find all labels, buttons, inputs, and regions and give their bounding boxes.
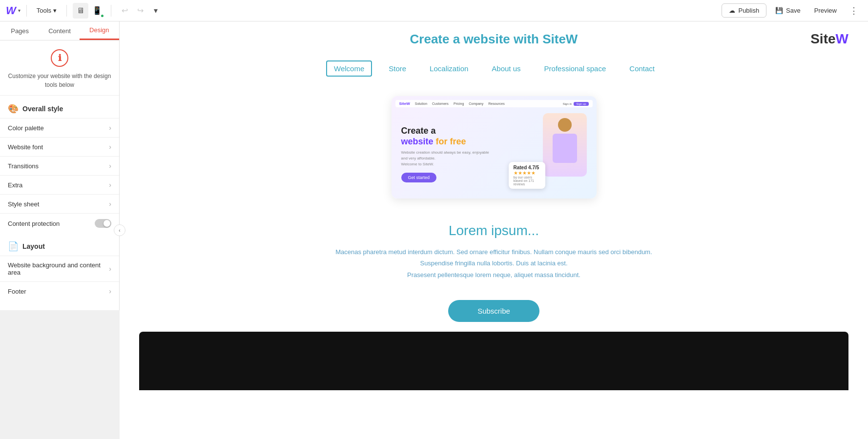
- style-sheet-item[interactable]: Style sheet ›: [0, 194, 119, 213]
- nav-store[interactable]: Store: [382, 61, 413, 76]
- more-icon: ⋮: [849, 6, 858, 16]
- hero-headline: Create a website for free: [401, 126, 501, 147]
- palette-icon: 🎨: [8, 103, 19, 114]
- mini-signin: Sign in: [563, 102, 572, 105]
- history-more-button[interactable]: ▾: [148, 3, 163, 18]
- chevron-right-icon: ›: [109, 200, 111, 208]
- mini-nav-resources: Resources: [488, 102, 504, 105]
- footer-item[interactable]: Footer ›: [0, 281, 119, 300]
- hero-mini-nav: SiteW Solution Customers Pricing Company…: [395, 100, 593, 107]
- tab-design[interactable]: Design: [80, 21, 119, 40]
- more-options-button[interactable]: ⋮: [846, 3, 862, 18]
- nav-contact[interactable]: Contact: [622, 61, 661, 76]
- mini-nav-pricing: Pricing: [454, 102, 464, 105]
- mini-nav-company: Company: [469, 102, 483, 105]
- publish-button[interactable]: ☁ Publish: [722, 3, 766, 18]
- chevron-right-icon: ›: [109, 124, 111, 132]
- redo-button[interactable]: ↪: [133, 3, 147, 18]
- mobile-icon: 📱: [92, 6, 102, 15]
- logo-button[interactable]: W ▾: [6, 4, 21, 17]
- sidebar-content: ℹ Customize your website with the design…: [0, 40, 119, 310]
- tools-caret-icon: ▾: [53, 7, 57, 14]
- website-font-item[interactable]: Website font ›: [0, 137, 119, 156]
- mini-signup: Sign up: [574, 102, 588, 106]
- main-area: Pages Content Design ℹ Customize your we…: [0, 21, 868, 439]
- layout-header: 📄 Layout: [0, 233, 119, 256]
- topbar: W ▾ Tools ▾ 🖥 📱 ↩ ↪ ▾ ☁ Publish 💾 Save P…: [0, 0, 868, 21]
- content-protection-item: Content protection: [0, 213, 119, 233]
- hero-cta-button[interactable]: Get started: [401, 173, 437, 182]
- preview-button[interactable]: Preview: [809, 4, 842, 17]
- hero-subtext: Website creation should always be easy, …: [401, 150, 501, 167]
- black-section: [139, 332, 848, 390]
- logo-caret-icon: ▾: [18, 8, 21, 13]
- active-dot: [101, 15, 103, 17]
- website-background-item[interactable]: Website background and content area ›: [0, 256, 119, 281]
- tools-label: Tools: [37, 7, 51, 14]
- separator-1: [26, 5, 27, 17]
- site-title: Create a website with SiteW: [375, 32, 612, 47]
- chevron-right-icon: ›: [109, 181, 111, 189]
- publish-label: Publish: [738, 7, 759, 14]
- sidebar-tabs: Pages Content Design: [0, 21, 119, 40]
- subscribe-section: Subscribe: [120, 290, 868, 332]
- history-buttons: ↩ ↪ ▾: [117, 3, 163, 18]
- lorem-title: Lorem ipsum...: [159, 223, 829, 239]
- hero-right: Traffic ↗ Rated 4.7/5 ★★★★★ by our users…: [509, 113, 587, 191]
- tab-pages[interactable]: Pages: [0, 21, 40, 40]
- desktop-icon: 🖥: [77, 6, 84, 15]
- chevron-right-icon: ›: [109, 143, 111, 151]
- extra-item[interactable]: Extra ›: [0, 175, 119, 194]
- overall-style-header: 🎨 Overall style: [0, 96, 119, 118]
- nav-localization[interactable]: Localization: [423, 61, 475, 76]
- nav-professional-space[interactable]: Professional space: [537, 61, 613, 76]
- sidebar: Pages Content Design ℹ Customize your we…: [0, 21, 120, 310]
- mini-nav-buttons: Sign in Sign up: [563, 102, 589, 106]
- mini-nav-logo: SiteW: [399, 101, 410, 106]
- separator-3: [111, 5, 111, 17]
- layout-title: Layout: [22, 242, 45, 250]
- tab-content[interactable]: Content: [40, 21, 79, 40]
- subscribe-button[interactable]: Subscribe: [448, 300, 539, 322]
- save-label: Save: [786, 7, 801, 14]
- site-nav: Welcome Store Localization About us Prof…: [120, 57, 868, 86]
- chevron-right-icon: ›: [109, 287, 111, 295]
- website-frame: Create a website with SiteW SiteW Welcom…: [120, 21, 868, 439]
- lorem-text: Macenas pharetra metud interdum dictum. …: [159, 246, 829, 280]
- mini-nav-solution: Solution: [415, 102, 427, 105]
- logo-w: W: [6, 4, 16, 17]
- hero-rating-text: Rated 4.7/5: [514, 165, 540, 170]
- desktop-button[interactable]: 🖥: [73, 3, 88, 19]
- chevron-right-icon: ›: [109, 162, 111, 170]
- transitions-item[interactable]: Transitions ›: [0, 156, 119, 175]
- person-image: [543, 113, 587, 177]
- tools-button[interactable]: Tools ▾: [33, 5, 61, 16]
- hero-stars: ★★★★★: [514, 170, 540, 176]
- lorem-section: Lorem ipsum... Macenas pharetra metud in…: [120, 208, 868, 290]
- site-header: Create a website with SiteW SiteW: [120, 21, 868, 57]
- toggle-knob: [103, 220, 110, 227]
- save-button[interactable]: 💾 Save: [770, 4, 806, 17]
- overall-style-title: Overall style: [22, 105, 63, 113]
- preview-label: Preview: [814, 7, 837, 14]
- hero-raters: by our users based on 171 reviews: [514, 176, 540, 186]
- mobile-button[interactable]: 📱: [89, 3, 105, 19]
- hero-section: SiteW Solution Customers Pricing Company…: [120, 86, 868, 208]
- nav-about-us[interactable]: About us: [485, 61, 527, 76]
- undo-button[interactable]: ↩: [117, 3, 132, 18]
- content-protection-toggle[interactable]: [95, 219, 111, 228]
- chevron-right-icon: ›: [109, 265, 111, 273]
- sidebar-info: ℹ Customize your website with the design…: [0, 40, 119, 96]
- person-body: [553, 134, 577, 163]
- save-icon: 💾: [775, 7, 783, 14]
- canvas: Create a website with SiteW SiteW Welcom…: [120, 21, 868, 439]
- sidebar-collapse-button[interactable]: ‹: [114, 224, 125, 236]
- info-text: Customize your website with the design t…: [8, 72, 111, 89]
- color-palette-item[interactable]: Color palette ›: [0, 118, 119, 137]
- publish-icon: ☁: [729, 7, 735, 14]
- hero-card: SiteW Solution Customers Pricing Company…: [392, 96, 597, 199]
- site-logo: SiteW: [810, 31, 848, 47]
- separator-2: [66, 5, 67, 17]
- person-head: [558, 118, 572, 132]
- nav-welcome[interactable]: Welcome: [326, 60, 372, 77]
